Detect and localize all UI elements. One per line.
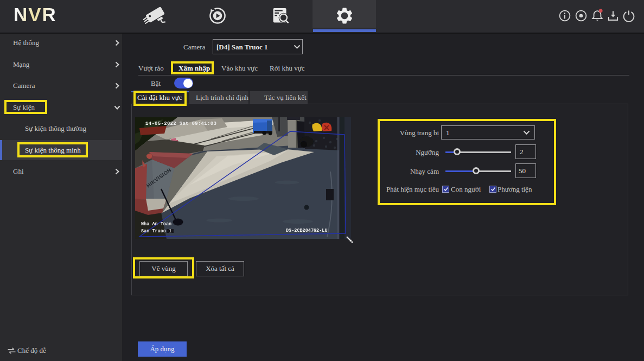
svg-text:14-05-2022 Sat 09:41:03: 14-05-2022 Sat 09:41:03 (145, 121, 216, 126)
svg-text:Nha An Toan: Nha An Toan (141, 221, 171, 227)
svg-text:San Truoc 1: San Truoc 1 (141, 229, 171, 234)
svg-text:DS-2CB2047G2-LU: DS-2CB2047G2-LU (286, 228, 328, 233)
